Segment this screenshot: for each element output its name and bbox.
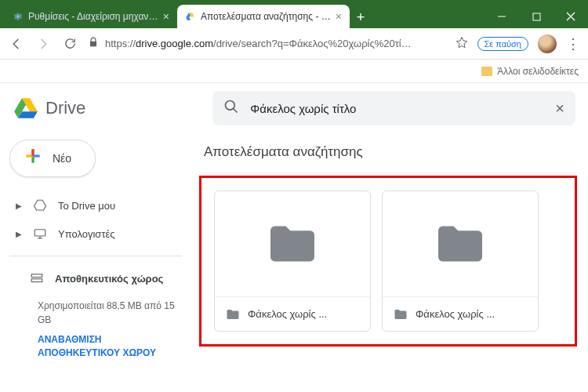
address-bar[interactable]: https://drive.google.com/drive/search?q=… (88, 36, 468, 51)
search-input[interactable] (250, 102, 544, 115)
mydrive-icon (33, 198, 47, 212)
other-bookmarks[interactable]: Άλλοι σελιδοδείκτες (497, 66, 579, 77)
reload-button[interactable] (61, 35, 78, 53)
back-button[interactable] (8, 35, 25, 53)
main-area: Αποτελέσματα αναζήτησης Φάκελος χωρίς ..… (188, 133, 588, 392)
folder-icon (481, 67, 492, 76)
drive-body: Νέο ▶ Το Drive μου ▶ Υπολογιστές Αποθηκε… (0, 133, 588, 392)
lock-icon (88, 37, 99, 50)
pause-badge[interactable]: Σε παύση (477, 37, 528, 51)
sidebar-item-storage[interactable]: Αποθηκευτικός χώρος (9, 264, 182, 292)
folder-preview (383, 191, 538, 296)
drive-logo-icon (13, 95, 39, 122)
folder-icon (394, 308, 408, 321)
menu-icon[interactable]: ⋮ (566, 35, 580, 53)
drive-brand: Drive (45, 98, 85, 118)
window-controls (485, 5, 588, 28)
star-icon[interactable] (456, 36, 468, 51)
sidebar-label: Αποθηκευτικός χώρος (55, 273, 163, 285)
upgrade-storage-link[interactable]: ΑΝΑΒΑΘΜΙΣΗ ΑΠΟΘΗΚΕΥΤΙΚΟΥ ΧΩΡΟΥ (38, 333, 182, 360)
close-icon[interactable]: × (163, 10, 169, 23)
svg-rect-2 (533, 13, 540, 20)
sidebar-item-computers[interactable]: ▶ Υπολογιστές (9, 220, 182, 248)
close-window-button[interactable] (554, 5, 588, 28)
folder-icon (226, 308, 240, 321)
folder-card[interactable]: Φάκελος χωρίς ... (382, 191, 539, 332)
folder-name: Φάκελος χωρίς ... (248, 308, 327, 320)
tab-1[interactable]: Ρυθμίσεις - Διαχείριση μηχανών × (5, 5, 177, 28)
drive-logo[interactable]: Drive (13, 95, 85, 122)
folder-name: Φάκελος χωρίς ... (416, 308, 495, 320)
clear-search-icon[interactable]: × (555, 100, 564, 118)
svg-line-6 (234, 109, 238, 113)
storage-usage: Χρησιμοποιείται 88,5 MB από 15 GB ΑΝΑΒΑΘ… (9, 292, 182, 360)
new-button-label: Νέο (53, 152, 71, 165)
minimize-button[interactable] (485, 5, 519, 28)
chevron-right-icon: ▶ (16, 201, 22, 210)
results-title: Αποτελέσματα αναζήτησης (199, 133, 577, 176)
tab-title: Αποτελέσματα αναζήτησης - Go (201, 11, 331, 22)
search-box[interactable]: × (212, 91, 575, 125)
new-tab-button[interactable]: + (350, 6, 372, 28)
avatar[interactable] (538, 34, 557, 53)
svg-rect-14 (31, 274, 42, 278)
sidebar-label: Υπολογιστές (58, 228, 115, 240)
sidebar: Νέο ▶ Το Drive μου ▶ Υπολογιστές Αποθηκε… (0, 133, 188, 392)
chevron-right-icon: ▶ (16, 230, 22, 238)
divider (9, 256, 182, 256)
folder-footer: Φάκελος χωρίς ... (383, 296, 538, 331)
storage-text: Χρησιμοποιείται 88,5 MB από 15 GB (38, 299, 182, 327)
computers-icon (33, 227, 47, 241)
folder-icon (433, 222, 488, 266)
search-icon (223, 99, 239, 118)
tab-2[interactable]: Αποτελέσματα αναζήτησης - Go × (177, 5, 350, 28)
storage-icon (30, 271, 44, 285)
drive-icon (185, 11, 196, 22)
bookmarks-bar: Άλλοι σελιδοδείκτες (0, 60, 588, 83)
sidebar-label: Το Drive μου (58, 200, 115, 212)
folder-preview (215, 191, 370, 296)
maximize-button[interactable] (519, 5, 554, 28)
plus-icon (23, 146, 43, 172)
forward-button[interactable] (34, 35, 52, 53)
tab-title: Ρυθμίσεις - Διαχείριση μηχανών (28, 11, 158, 22)
results-highlight: Φάκελος χωρίς ... Φάκελος χωρίς ... (199, 176, 577, 347)
svg-point-5 (226, 101, 235, 111)
browser-titlebar: Ρυθμίσεις - Διαχείριση μηχανών × Αποτελέ… (0, 0, 588, 28)
folder-footer: Φάκελος χωρίς ... (215, 296, 370, 331)
folder-icon (265, 222, 320, 266)
tab-strip: Ρυθμίσεις - Διαχείριση μηχανών × Αποτελέ… (0, 0, 485, 28)
svg-rect-11 (34, 230, 45, 236)
url-bar: https://drive.google.com/drive/search?q=… (0, 28, 588, 60)
settings-icon (13, 11, 24, 22)
svg-rect-15 (31, 279, 42, 282)
drive-header: Drive × (0, 83, 588, 133)
url-text: https://drive.google.com/drive/search?q=… (105, 38, 449, 49)
close-icon[interactable]: × (336, 10, 342, 23)
folder-card[interactable]: Φάκελος χωρίς ... (214, 191, 371, 332)
sidebar-item-mydrive[interactable]: ▶ Το Drive μου (9, 191, 182, 220)
new-button[interactable]: Νέο (9, 140, 96, 177)
